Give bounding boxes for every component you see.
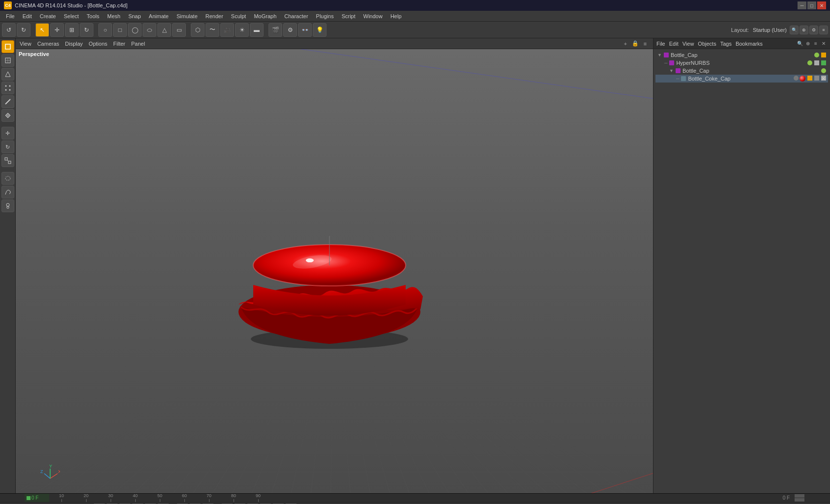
menu-render[interactable]: Render [202, 11, 227, 21]
vp-menu-panel[interactable]: Panel [131, 41, 145, 47]
move-btn[interactable]: ✛ [1, 127, 14, 140]
mesh-mode-btn[interactable] [1, 54, 14, 67]
plane-button[interactable]: ▭ [172, 23, 186, 37]
vp-menu-display[interactable]: Display [65, 41, 83, 47]
render-button[interactable]: 🎬 [268, 23, 282, 37]
scene-panel-config[interactable]: ≡ [812, 40, 819, 47]
rotate-btn[interactable]: ↻ [1, 140, 14, 153]
scene-menu-file[interactable]: File [656, 41, 665, 47]
spline-button[interactable]: 〜 [206, 23, 219, 37]
vp-menu-filter[interactable]: Filter [113, 41, 125, 47]
scene-panel-search[interactable]: 🔍 [797, 40, 803, 47]
viewport-canvas[interactable]: Perspective [16, 49, 653, 493]
menu-file[interactable]: File [2, 11, 19, 21]
layout-settings-btn[interactable]: ⚙ [809, 26, 818, 34]
menu-tools[interactable]: Tools [83, 11, 103, 21]
vp-menu-cameras[interactable]: Cameras [37, 41, 59, 47]
svg-rect-11 [5, 158, 7, 160]
menu-character[interactable]: Character [280, 11, 312, 21]
light-toggle-button[interactable]: 💡 [313, 23, 326, 37]
color-swatch-2[interactable] [814, 60, 819, 65]
color-swatch-1[interactable] [821, 53, 826, 57]
poly-mode-btn[interactable] [1, 109, 14, 122]
vr-button[interactable]: 👓 [298, 23, 312, 37]
select-tool-button[interactable]: ↖ [35, 23, 49, 37]
menu-window[interactable]: Window [359, 11, 386, 21]
ruler-90: 90 [246, 494, 270, 502]
rotate-tool-button[interactable]: ↻ [80, 23, 93, 37]
menu-animate[interactable]: Animate [145, 11, 173, 21]
edge-mode-btn[interactable] [1, 95, 14, 108]
coke-tag-icon[interactable] [814, 76, 819, 81]
vp-lock-btn[interactable]: 🔒 [631, 40, 639, 48]
layout-search-btn[interactable]: 🔍 [790, 26, 799, 34]
window-controls[interactable]: ─ □ ✕ [798, 1, 826, 9]
vis-dot-2[interactable] [807, 60, 812, 65]
layout-config-btn[interactable]: ≡ [819, 26, 828, 34]
menu-plugins[interactable]: Plugins [312, 11, 338, 21]
scale-tool-button[interactable]: ⊞ [65, 23, 79, 37]
light-button[interactable]: ☀ [235, 23, 249, 37]
camera-button[interactable]: 🎥 [220, 23, 234, 37]
close-button[interactable]: ✕ [817, 1, 826, 9]
scene-panel-add[interactable]: ⊕ [804, 40, 811, 47]
menu-create[interactable]: Create [36, 11, 60, 21]
scene-menu-tags[interactable]: Tags [720, 41, 732, 47]
scene-menu-objects[interactable]: Objects [698, 41, 716, 47]
floor-button[interactable]: ▬ [250, 23, 264, 37]
cylinder-button[interactable]: ⬭ [143, 23, 156, 37]
sphere-button[interactable]: ◯ [128, 23, 142, 37]
check-icon-2[interactable] [821, 60, 826, 65]
menu-select[interactable]: Select [60, 11, 83, 21]
menu-snap[interactable]: Snap [124, 11, 145, 21]
menu-mograph[interactable]: MoGraph [250, 11, 280, 21]
ruler-scroll-down[interactable] [795, 498, 804, 502]
hierarchy-item-hypernurbs[interactable]: ─ HyperNURBS [655, 59, 828, 67]
menu-edit[interactable]: Edit [19, 11, 36, 21]
sculpt-btn[interactable] [1, 186, 14, 198]
move-tool-button[interactable]: ✛ [50, 23, 64, 37]
ruler-scroll-up[interactable] [795, 494, 804, 498]
hierarchy-item-bottle-cap-root[interactable]: ▼ Bottle_Cap [655, 51, 828, 59]
viewport-toolbar: View Cameras Display Options Filter Pane… [16, 38, 653, 49]
cube-button[interactable]: □ [113, 23, 127, 37]
vis-dot-3[interactable] [821, 68, 826, 73]
hierarchy-item-bottle-coke-cap[interactable]: ─ Bottle_Coke_Cap ✕ [655, 75, 828, 83]
polygon-button[interactable]: ⬡ [191, 23, 205, 37]
vis-dot-1[interactable] [814, 53, 819, 57]
render-settings-button[interactable]: ⚙ [283, 23, 297, 37]
scene-menu-edit[interactable]: Edit [669, 41, 679, 47]
scale-btn[interactable] [1, 154, 14, 167]
scene-menu-bookmarks[interactable]: Bookmarks [736, 41, 763, 47]
vp-menu-options[interactable]: Options [89, 41, 107, 47]
menu-sculpt[interactable]: Sculpt [227, 11, 250, 21]
minimize-button[interactable]: ─ [798, 1, 806, 9]
material-preview-small[interactable] [800, 76, 805, 82]
null-button[interactable]: ○ [98, 23, 112, 37]
hierarchy-item-bottle-cap-sub[interactable]: ▼ Bottle_Cap [655, 67, 828, 75]
menu-script[interactable]: Script [338, 11, 359, 21]
coke-color-swatch[interactable] [807, 76, 812, 81]
scene-panel-close[interactable]: ✕ [820, 40, 827, 47]
menu-simulate[interactable]: Simulate [173, 11, 202, 21]
point-mode-btn[interactable] [1, 82, 14, 94]
layout-add-btn[interactable]: ⊕ [800, 26, 808, 34]
vp-menu-view[interactable]: View [20, 41, 31, 47]
svg-point-7 [5, 89, 6, 91]
coke-close-icon[interactable]: ✕ [821, 76, 826, 81]
texture-mode-btn[interactable] [1, 68, 14, 81]
cone-button[interactable]: △ [157, 23, 171, 37]
model-mode-btn[interactable] [1, 40, 14, 53]
redo-button[interactable]: ↻ [17, 23, 30, 37]
vis-dot-4[interactable] [794, 76, 799, 81]
menu-mesh[interactable]: Mesh [103, 11, 124, 21]
maximize-button[interactable]: □ [807, 1, 816, 9]
menu-help[interactable]: Help [386, 11, 406, 21]
vp-settings-btn[interactable]: ≡ [641, 40, 649, 48]
ruler-10: 10 [49, 494, 74, 502]
undo-button[interactable]: ↺ [2, 23, 16, 37]
paint-btn[interactable] [1, 199, 14, 212]
lasso-btn[interactable] [1, 172, 14, 185]
scene-menu-view[interactable]: View [682, 41, 694, 47]
vp-expand-btn[interactable]: + [622, 40, 629, 48]
